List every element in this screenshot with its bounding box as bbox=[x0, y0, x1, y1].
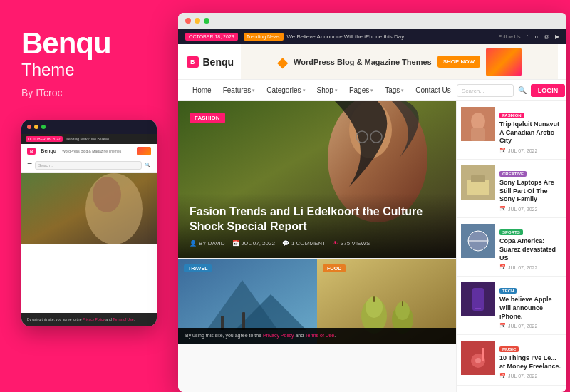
left-brand-panel: Benqu Theme By ITcroc OCTOBER 18, 2022 T… bbox=[0, 0, 175, 392]
nav-tags[interactable]: Tags ▾ bbox=[379, 80, 410, 100]
sidebar-post-image-5 bbox=[461, 341, 495, 375]
sidebar-post-image-4 bbox=[461, 282, 495, 316]
banner-decoration-image bbox=[486, 48, 522, 76]
sidebar-post-date-1: 📅 JUL 07, 2022 bbox=[499, 148, 562, 153]
news-trending: Trending News: We Believe Announce Will … bbox=[244, 33, 405, 41]
mobile-browser-chrome bbox=[21, 120, 157, 134]
calendar-icon: 📅 bbox=[499, 323, 506, 329]
sidebar-cat-badge-5: MUSIC bbox=[499, 346, 519, 352]
shop-now-button[interactable]: SHOP NOW bbox=[437, 56, 480, 68]
chevron-down-icon: ▾ bbox=[252, 88, 255, 93]
cookie-bar: By using this site, you agree to the Pri… bbox=[178, 328, 456, 344]
browser-dot-green bbox=[204, 18, 209, 24]
mobile-logo: B bbox=[27, 148, 36, 155]
logo-badge: B bbox=[187, 56, 199, 68]
mobile-hamburger-icon: ☰ bbox=[27, 163, 32, 169]
browser-dot-yellow bbox=[195, 18, 200, 24]
sidebar-post-date-5: 📅 JUL 07, 2022 bbox=[499, 373, 562, 379]
sidebar-post-date-4: 📅 JUL 07, 2022 bbox=[499, 323, 562, 329]
sidebar-post-title-4: We believe Apple Will announce iPhone. bbox=[499, 296, 562, 321]
nav-categories[interactable]: Categories ▾ bbox=[261, 80, 311, 100]
mobile-cookie-bar: By using this site, you agree to the Pri… bbox=[21, 313, 157, 326]
sidebar-post-image-2 bbox=[461, 165, 495, 200]
main-nav: B Benqu ◆ WordPress Blog & Magazine Them… bbox=[178, 44, 566, 80]
hero-category-badge: FASHION bbox=[190, 113, 225, 123]
browser-window: OCTOBER 18, 2023 Trending News: We Belie… bbox=[178, 13, 566, 392]
svg-rect-35 bbox=[482, 348, 484, 361]
content-area: FASHION Fasion Trends and Li Edelkoort t… bbox=[178, 101, 566, 392]
search-input[interactable]: Search... bbox=[457, 84, 514, 97]
mobile-hero-placeholder bbox=[21, 173, 157, 244]
nav-pages[interactable]: Pages ▾ bbox=[343, 80, 379, 100]
mobile-search-bar: ☰ Search ... 🔍 bbox=[21, 158, 157, 173]
mobile-nav: B Benqu WordPress Blog & Magazine Themes bbox=[21, 144, 157, 158]
mobile-date-badge: OCTOBER 18, 2022 bbox=[26, 136, 63, 142]
chevron-down-icon: ▾ bbox=[401, 88, 404, 93]
mobile-logo-name: Benqu bbox=[41, 148, 56, 153]
hero-post-title: Fasion Trends and Li Edelkoort the Cultu… bbox=[190, 205, 445, 234]
linkedin-icon[interactable]: in bbox=[534, 33, 538, 40]
sidebar-post-5[interactable]: MUSIC 10 Things I've Le... at Money Free… bbox=[457, 335, 566, 385]
facebook-icon[interactable]: f bbox=[526, 33, 527, 40]
calendar-icon: 📅 bbox=[499, 148, 506, 153]
brand-subtitle: Theme bbox=[21, 60, 75, 80]
mobile-search-placeholder: Search ... bbox=[38, 163, 53, 167]
main-content: FASHION Fasion Trends and Li Edelkoort t… bbox=[178, 101, 456, 392]
login-button[interactable]: LOGIN bbox=[531, 84, 566, 97]
news-ticker-bar: OCTOBER 18, 2023 Trending News: We Belie… bbox=[178, 29, 566, 44]
twitter-icon[interactable]: @ bbox=[544, 33, 549, 40]
nav-banner: ◆ WordPress Blog & Magazine Themes SHOP … bbox=[241, 44, 558, 79]
sidebar-post-title-5: 10 Things I've Le... at Money Freelance. bbox=[499, 354, 562, 371]
sidebar-post-title-1: Trip Iqaluit Nunavut A Canadian Arctic C… bbox=[499, 120, 562, 145]
brand-by: By ITcroc bbox=[21, 87, 63, 98]
secondary-nav: Home Features ▾ Categories ▾ Shop ▾ Page… bbox=[178, 80, 566, 101]
hero-post[interactable]: FASHION Fasion Trends and Li Edelkoort t… bbox=[178, 101, 456, 258]
news-icons: Follow Us f in @ ▶ bbox=[499, 33, 559, 40]
hero-post-content: Fasion Trends and Li Edelkoort the Cultu… bbox=[178, 193, 456, 258]
sidebar-post-title-2: Sony Laptops Are Still Part Of The Sony … bbox=[499, 179, 562, 204]
sidebar-post-content-4: TECH We believe Apple Will announce iPho… bbox=[499, 282, 562, 329]
hero-comments: 💬 1 COMMENT bbox=[282, 240, 326, 247]
nav-logo[interactable]: B Benqu bbox=[187, 56, 234, 68]
sidebar-post-date-3: 📅 JUL 07, 2022 bbox=[499, 264, 562, 270]
search-icon[interactable]: 🔍 bbox=[518, 86, 527, 94]
youtube-icon[interactable]: ▶ bbox=[555, 33, 559, 40]
nav-home[interactable]: Home bbox=[187, 80, 217, 100]
sidebar-post-content-2: CREATIVE Sony Laptops Are Still Part Of … bbox=[499, 165, 562, 212]
trending-text: We Believe Announce Will the iPhone this… bbox=[286, 33, 405, 40]
sidebar-post-content-5: MUSIC 10 Things I've Le... at Money Free… bbox=[499, 341, 562, 378]
hero-views: 👁 375 VIEWS bbox=[333, 240, 370, 247]
eye-icon: 👁 bbox=[333, 240, 338, 247]
sidebar-post-4[interactable]: TECH We believe Apple Will announce iPho… bbox=[457, 277, 566, 335]
nav-shop[interactable]: Shop ▾ bbox=[311, 80, 343, 100]
comment-icon: 💬 bbox=[282, 240, 289, 247]
mobile-mockup: OCTOBER 18, 2022 Trending News: We Belie… bbox=[21, 120, 157, 326]
browser-dot-red bbox=[185, 18, 191, 24]
sidebar-post-title-3: Copa America: Suarez devastated US bbox=[499, 237, 562, 262]
svg-rect-30 bbox=[472, 288, 484, 311]
sidebar-post-image-3 bbox=[461, 224, 495, 258]
sidebar-post-1[interactable]: FASHION Trip Iqaluit Nunavut A Canadian … bbox=[457, 101, 566, 160]
mobile-banner-text: WordPress Blog & Magazine Themes bbox=[62, 149, 134, 153]
sidebar-cat-badge-2: CREATIVE bbox=[499, 171, 527, 177]
svg-rect-25 bbox=[471, 175, 485, 182]
bottom-posts-wrapper: TRAVEL bbox=[178, 258, 456, 344]
sidebar-post-3[interactable]: SPORTS Copa America: Suarez devastated U… bbox=[457, 218, 566, 277]
svg-point-2 bbox=[93, 177, 121, 212]
brand-name: Benqu bbox=[21, 29, 111, 58]
travel-category-badge: TRAVEL bbox=[184, 264, 212, 272]
food-category-badge: FOOD bbox=[323, 264, 346, 272]
browser-chrome bbox=[178, 13, 566, 29]
sidebar-post-date-2: 📅 JUL 07, 2022 bbox=[499, 206, 562, 212]
trending-label: Trending News: bbox=[244, 33, 284, 41]
nav-contact[interactable]: Contact Us bbox=[410, 80, 456, 100]
sidebar-post-2[interactable]: CREATIVE Sony Laptops Are Still Part Of … bbox=[457, 160, 566, 218]
calendar-icon: 📅 bbox=[499, 206, 506, 212]
mobile-hero-image bbox=[21, 173, 157, 244]
banner-icon: ◆ bbox=[277, 53, 288, 71]
sidebar-post-image-1 bbox=[461, 107, 495, 141]
sidebar-post-content-1: FASHION Trip Iqaluit Nunavut A Canadian … bbox=[499, 107, 562, 153]
nav-features[interactable]: Features ▾ bbox=[217, 80, 261, 100]
calendar-icon: 📅 bbox=[232, 240, 239, 247]
mobile-search-input[interactable]: Search ... bbox=[35, 161, 142, 170]
